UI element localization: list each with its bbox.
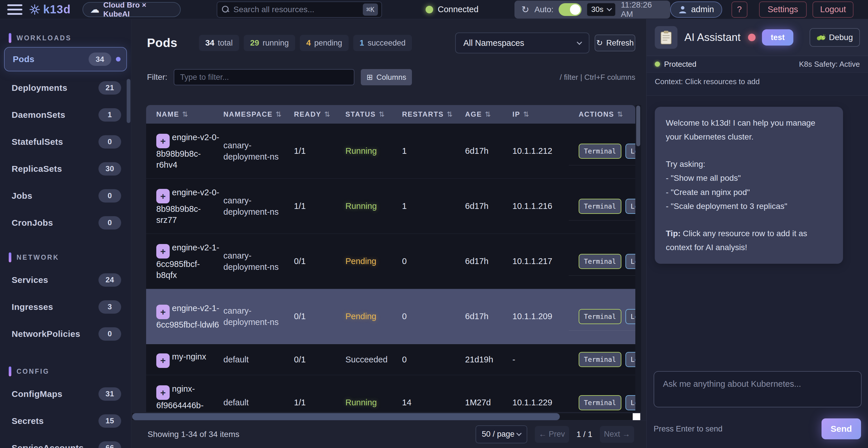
sort-icon[interactable]: ⇅ [485,110,491,118]
sort-icon[interactable]: ⇅ [324,110,331,118]
debug-button[interactable]: Debug [810,28,860,47]
sort-icon[interactable]: ⇅ [447,110,453,118]
sort-icon[interactable]: ⇅ [276,110,282,118]
sidebar-item-daemonsets[interactable]: DaemonSets 1 [0,101,131,128]
terminal-button[interactable]: Terminal [579,395,621,410]
sort-icon[interactable]: ⇅ [182,110,189,118]
vertical-scrollbar-track[interactable] [635,105,641,412]
page-size-select[interactable]: 50 / page [475,425,527,443]
settings-button[interactable]: Settings [759,1,807,18]
ready-cell: 0/1 [294,256,345,266]
table-row[interactable]: +engine-v2-1-6cc985fbcf-b8qfx canary-dep… [146,234,635,289]
chat-input[interactable] [654,371,862,407]
add-to-context-icon[interactable]: + [156,385,169,400]
logout-button[interactable]: Logout [812,1,854,18]
count-badge: 15 [98,414,121,428]
namespace-cell: canary-deployment-ns [223,140,294,162]
sidebar-item-cronjobs[interactable]: CronJobs 0 [0,209,131,236]
user-menu-button[interactable]: admin [670,1,722,18]
restarts-cell: 1 [402,201,465,211]
column-header-namespace[interactable]: NAMESPACE⇅ [223,110,294,118]
sidebar-item-ingresses[interactable]: Ingresses 3 [0,294,131,320]
column-header-age[interactable]: AGE⇅ [465,110,513,118]
table-row[interactable]: +engine-v2-0-8b98b9b8c-r6hv4 canary-depl… [146,124,635,179]
vertical-scrollbar-thumb[interactable] [636,106,640,146]
add-to-context-icon[interactable]: + [156,244,169,259]
column-header-actions[interactable]: ACTIONS⇅ [579,110,635,118]
ip-cell: 10.1.1.212 [513,146,579,156]
hamburger-menu-icon[interactable] [7,4,22,15]
global-search[interactable]: ⌘K [217,1,382,18]
filter-input[interactable] [174,69,354,85]
log-button[interactable]: Log [625,254,635,269]
sidebar-item-jobs[interactable]: Jobs 0 [0,182,131,209]
terminal-button[interactable]: Terminal [579,309,621,324]
section-heading: CONFIG [0,367,131,376]
sidebar-item-deployments[interactable]: Deployments 21 [0,74,131,101]
table-row[interactable]: +engine-v2-0-8b98b9b8c-srz77 canary-depl… [146,179,635,234]
column-header-name[interactable]: NAME⇅ [156,110,223,118]
prev-page-button[interactable]: ← Prev [535,426,569,443]
search-input[interactable] [234,5,359,14]
table-row[interactable]: +my-nginx default 0/1 Succeeded 0 21d19h… [146,344,635,375]
send-button[interactable]: Send [822,418,861,439]
ip-cell: 10.1.1.209 [513,312,579,321]
next-page-button[interactable]: Next → [600,426,634,443]
column-header-ip[interactable]: IP⇅ [513,110,579,118]
terminal-button[interactable]: Terminal [579,254,621,269]
refresh-icon[interactable]: ↻ [521,4,529,15]
horizontal-scrollbar-thumb[interactable] [132,413,560,420]
sidebar-item-services[interactable]: Services 24 [0,266,131,294]
actions-cell: Terminal Log [579,199,635,214]
add-to-context-icon[interactable]: + [156,305,169,319]
count-badge: 34 [89,53,111,66]
table-row[interactable]: +engine-v2-1-6cc985fbcf-ldwl6 canary-dep… [146,289,635,344]
sidebar-item-secrets[interactable]: Secrets 15 [0,407,131,434]
cluster-badge[interactable]: ☁ Cloud Bro × KubeAI [83,2,181,17]
try-asking-heading: Try asking: [666,157,832,171]
sidebar-item-serviceaccounts[interactable]: ServiceAccounts 66 [0,434,131,448]
sidebar-item-pods[interactable]: Pods 34 [4,47,127,71]
sidebar-item-label: Secrets [11,416,44,426]
column-header-status[interactable]: STATUS⇅ [345,110,402,118]
column-header-restarts[interactable]: RESTARTS⇅ [402,110,465,118]
stat-total: 34total [199,35,239,51]
sort-icon[interactable]: ⇅ [617,110,623,118]
help-button[interactable]: ? [732,1,747,18]
log-button[interactable]: Log [625,199,635,214]
add-to-context-icon[interactable]: + [156,134,169,148]
horizontal-scrollbar-track[interactable] [132,413,640,420]
add-to-context-icon[interactable]: + [156,189,169,203]
count-badge: 30 [98,162,121,176]
log-button[interactable]: Log [625,144,635,159]
ip-cell: 10.1.1.217 [513,256,579,266]
sort-icon[interactable]: ⇅ [378,110,385,118]
table-row[interactable]: +nginx-6f9664446b-gx6jl default 1/1 Runn… [146,375,635,412]
sidebar-item-networkpolicies[interactable]: NetworkPolicies 0 [0,320,131,347]
refresh-interval-select[interactable]: 30s [587,3,616,16]
column-header-ready[interactable]: READY⇅ [294,110,345,118]
terminal-button[interactable]: Terminal [579,144,621,159]
sidebar-item-replicasets[interactable]: ReplicaSets 30 [0,155,131,182]
auto-refresh-toggle[interactable] [559,3,582,16]
test-badge: test [762,29,793,45]
columns-button[interactable]: ⊞ Columns [361,69,412,85]
assistant-welcome-message: Welcome to k13d! I can help you manage y… [655,107,843,264]
log-button[interactable]: Log [625,352,635,367]
terminal-button[interactable]: Terminal [579,199,621,214]
refresh-button[interactable]: ↻ Refresh [595,35,635,51]
cloud-icon: ☁ [91,4,99,14]
user-icon [678,5,687,14]
sidebar-item-statefulsets[interactable]: StatefulSets 0 [0,128,131,155]
add-to-context-icon[interactable]: + [156,353,169,368]
status-cell: Pending [345,256,402,266]
sidebar-scrollbar[interactable] [127,79,130,123]
log-button[interactable]: Log [625,395,635,410]
sidebar-section-workloads: WORKLOADS Pods 34 Deployments 21 DaemonS… [0,33,131,236]
log-button[interactable]: Log [625,309,635,324]
sidebar-item-configmaps[interactable]: ConfigMaps 31 [0,380,131,407]
sort-icon[interactable]: ⇅ [523,110,530,118]
terminal-button[interactable]: Terminal [579,352,621,367]
ai-panel-header: AI Assistant test Debug [647,19,868,56]
namespace-select[interactable]: All Namespaces [455,33,589,54]
